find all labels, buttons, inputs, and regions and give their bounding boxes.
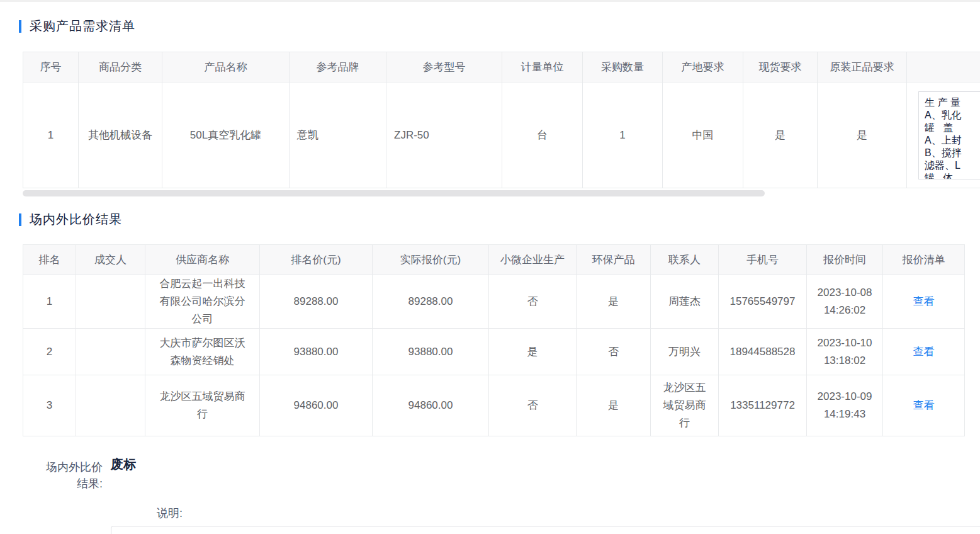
horizontal-scrollbar-track (23, 190, 980, 196)
section1-accent-bar (19, 20, 21, 33)
col-header-quantity: 采购数量 (583, 52, 663, 82)
col-header-rank-price: 排名价(元) (260, 245, 373, 275)
cell-phone: 13351129772 (719, 375, 807, 436)
col-header-winner: 成交人 (76, 245, 145, 275)
cell-category: 其他机械设备 (79, 82, 162, 188)
comparison-row-2: 2 大庆市萨尔图区沃森物资经销处 93880.00 93880.00 是 否 万… (23, 329, 965, 375)
col-header-actual-price: 实际报价(元) (373, 245, 489, 275)
cell-actual-price: 93880.00 (373, 329, 489, 375)
view-quote-link[interactable]: 查看 (913, 295, 935, 307)
note-label: 说明: (111, 506, 183, 521)
section2-accent-bar (19, 213, 21, 226)
col-header-seq: 序号 (23, 52, 79, 82)
cell-rank: 2 (23, 329, 76, 375)
cell-quote-time: 2023-10-09 14:19:43 (807, 375, 883, 436)
cell-unit: 台 (502, 82, 583, 188)
col-header-quote-time: 报价时间 (807, 245, 883, 275)
cell-phone: 15765549797 (719, 275, 807, 329)
cell-quote-list: 查看 (883, 329, 965, 375)
cell-origin: 中国 (663, 82, 743, 188)
cell-quote-list: 查看 (883, 375, 965, 436)
cell-rank-price: 93880.00 (260, 329, 373, 375)
col-header-origin: 产地要求 (663, 52, 743, 82)
cell-rank: 3 (23, 375, 76, 436)
section2-header: 场内外比价结果 (19, 211, 980, 228)
product-table-row: 1 其他机械设备 50L真空乳化罐 意凯 ZJR-50 台 1 中国 是 是 生… (23, 82, 980, 188)
col-header-eco: 环保产品 (577, 245, 651, 275)
result-form: 场内外比价结果: 废标 说明: 详见废标说明函 (0, 436, 980, 534)
cell-eco: 否 (577, 329, 651, 375)
product-spec-textbox[interactable]: 生 产 量 A、乳化 罐 盖 A、上封 B、搅拌 滤器、L 罐 体 (918, 91, 980, 179)
view-quote-link[interactable]: 查看 (913, 399, 935, 411)
cell-in-stock: 是 (743, 82, 818, 188)
cell-model: ZJR-50 (386, 82, 502, 188)
col-header-small-micro: 小微企业生产 (489, 245, 577, 275)
cell-eco: 是 (577, 375, 651, 436)
cell-winner (76, 275, 145, 329)
product-table-viewport: 序号 商品分类 产品名称 参考品牌 参考型号 计量单位 采购数量 产地要求 现货… (23, 52, 980, 188)
comparison-results-table: 排名 成交人 供应商名称 排名价(元) 实际报价(元) 小微企业生产 环保产品 … (23, 244, 965, 436)
col-header-rank: 排名 (23, 245, 76, 275)
col-header-phone: 手机号 (719, 245, 807, 275)
cell-supplier: 大庆市萨尔图区沃森物资经销处 (145, 329, 260, 375)
view-quote-link[interactable]: 查看 (913, 346, 935, 358)
comparison-row-1: 1 合肥云起一出科技有限公司哈尔滨分公司 89288.00 89288.00 否… (23, 275, 965, 329)
result-value: 废标 (111, 456, 136, 473)
cell-quantity: 1 (583, 82, 663, 188)
cell-small-micro: 否 (489, 375, 577, 436)
col-header-contact: 联系人 (651, 245, 719, 275)
cell-contact: 龙沙区五域贸易商行 (651, 375, 719, 436)
top-divider (0, 0, 980, 2)
cell-small-micro: 是 (489, 329, 577, 375)
cell-spec: 生 产 量 A、乳化 罐 盖 A、上封 B、搅拌 滤器、L 罐 体 (907, 82, 980, 188)
cell-actual-price: 94860.00 (373, 375, 489, 436)
cell-contact: 周莲杰 (651, 275, 719, 329)
cell-brand: 意凯 (290, 82, 386, 188)
col-header-model: 参考型号 (386, 52, 502, 82)
result-label: 场内外比价结果: (40, 459, 103, 492)
cell-rank-price: 94860.00 (260, 375, 373, 436)
cell-winner (76, 329, 145, 375)
cell-phone: 18944588528 (719, 329, 807, 375)
cell-winner (76, 375, 145, 436)
product-requirements-table: 序号 商品分类 产品名称 参考品牌 参考型号 计量单位 采购数量 产地要求 现货… (23, 52, 980, 188)
cell-quote-time: 2023-10-10 13:18:02 (807, 329, 883, 375)
cell-quote-list: 查看 (883, 275, 965, 329)
note-input[interactable]: 详见废标说明函 (111, 526, 980, 534)
horizontal-scrollbar-thumb[interactable] (23, 190, 765, 196)
cell-quote-time: 2023-10-08 14:26:02 (807, 275, 883, 329)
cell-small-micro: 否 (489, 275, 577, 329)
section2-title: 场内外比价结果 (30, 211, 122, 228)
section1-title: 采购产品需求清单 (30, 18, 135, 35)
col-header-product-name: 产品名称 (162, 52, 290, 82)
comparison-row-3: 3 龙沙区五域贸易商行 94860.00 94860.00 否 是 龙沙区五域贸… (23, 375, 965, 436)
cell-eco: 是 (577, 275, 651, 329)
col-header-quote-list: 报价清单 (883, 245, 965, 275)
cell-contact: 万明兴 (651, 329, 719, 375)
cell-rank: 1 (23, 275, 76, 329)
section1-header: 采购产品需求清单 (19, 18, 980, 35)
comparison-table-wrap: 排名 成交人 供应商名称 排名价(元) 实际报价(元) 小微企业生产 环保产品 … (23, 244, 980, 436)
cell-genuine: 是 (818, 82, 907, 188)
cell-seq: 1 (23, 82, 79, 188)
comparison-table-header-row: 排名 成交人 供应商名称 排名价(元) 实际报价(元) 小微企业生产 环保产品 … (23, 245, 965, 275)
col-header-genuine: 原装正品要求 (818, 52, 907, 82)
col-header-supplier: 供应商名称 (145, 245, 260, 275)
col-header-category: 商品分类 (79, 52, 162, 82)
col-header-spec (907, 52, 980, 82)
product-table-header-row: 序号 商品分类 产品名称 参考品牌 参考型号 计量单位 采购数量 产地要求 现货… (23, 52, 980, 82)
col-header-in-stock: 现货要求 (743, 52, 818, 82)
cell-actual-price: 89288.00 (373, 275, 489, 329)
col-header-brand: 参考品牌 (290, 52, 386, 82)
cell-supplier: 合肥云起一出科技有限公司哈尔滨分公司 (145, 275, 260, 329)
cell-rank-price: 89288.00 (260, 275, 373, 329)
cell-supplier: 龙沙区五域贸易商行 (145, 375, 260, 436)
col-header-unit: 计量单位 (502, 52, 583, 82)
cell-product-name: 50L真空乳化罐 (162, 82, 290, 188)
